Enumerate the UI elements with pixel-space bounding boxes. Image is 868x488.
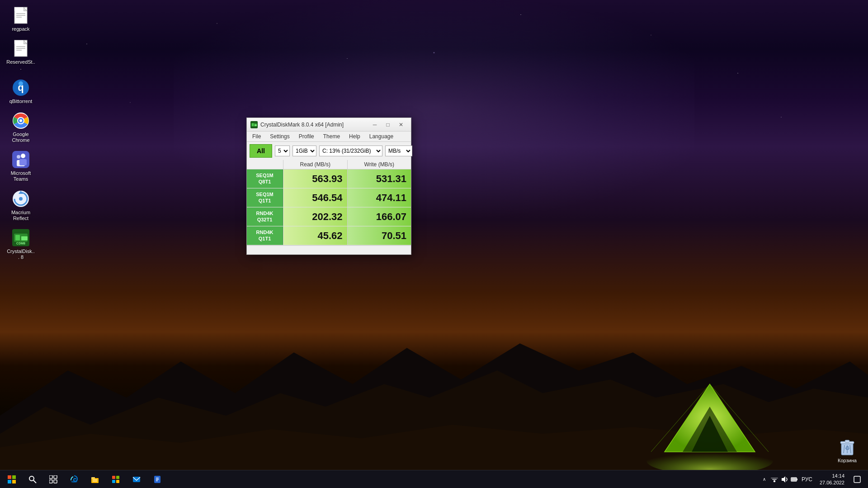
clock-date: 27.06.2022 xyxy=(820,479,844,486)
regpack-label: regpack xyxy=(12,26,29,32)
svg-rect-44 xyxy=(845,440,849,442)
reservedst-label: ReservedSt... xyxy=(6,59,35,71)
svg-rect-79 xyxy=(771,478,778,479)
menu-settings[interactable]: Settings xyxy=(266,132,293,141)
menu-bar: File Settings Profile Theme Help Languag… xyxy=(247,131,411,142)
desktop-icon-teams[interactable]: Microsoft Teams xyxy=(5,149,37,184)
svg-rect-52 xyxy=(255,124,257,126)
svg-rect-56 xyxy=(12,480,16,483)
clock[interactable]: 14:14 27.06.2022 xyxy=(816,473,848,486)
desktop-icon-crystaldiskmark[interactable]: CDM8 CrystalDisk... 8 xyxy=(5,227,37,262)
table-row: SEQ1M Q8T1 563.93 531.31 xyxy=(247,169,411,188)
desktop-icon-macrium[interactable]: Macrium Reflect xyxy=(5,188,37,223)
svg-rect-62 xyxy=(54,480,57,483)
svg-rect-71 xyxy=(116,480,119,483)
task-view-button[interactable] xyxy=(43,470,63,488)
table-row: RND4K Q1T1 45.62 70.51 xyxy=(247,226,411,245)
show-hidden-button[interactable]: ∧ xyxy=(760,475,769,484)
desktop-icon-chrome[interactable]: Google Chrome xyxy=(5,110,37,145)
desktop-icons-list: regpack ReservedSt... q xyxy=(0,0,42,267)
row-read-seq1m-q8t1: 563.93 xyxy=(283,169,347,188)
chrome-label: Google Chrome xyxy=(6,131,35,143)
close-button[interactable]: ✕ xyxy=(395,120,407,130)
desktop-icon-qbittorrent[interactable]: q qBittorrent xyxy=(5,77,37,106)
svg-rect-84 xyxy=(854,476,860,483)
menu-language[interactable]: Language xyxy=(366,132,397,141)
volume-icon[interactable] xyxy=(781,476,788,483)
window-title-text: CrystalDiskMark 8.0.4 x64 [Admin] xyxy=(260,122,368,128)
taskbar-todo[interactable] xyxy=(147,470,167,488)
teams-icon xyxy=(12,150,30,169)
count-select[interactable]: 5 xyxy=(275,145,290,156)
row-label-seq1m-q8t1: SEQ1M Q8T1 xyxy=(247,169,283,188)
crystaldiskmark-window: CrystalDiskMark 8.0.4 x64 [Admin] ─ □ ✕ … xyxy=(246,117,411,255)
macrium-icon xyxy=(12,190,30,208)
macrium-label: Macrium Reflect xyxy=(6,210,35,221)
chrome-icon xyxy=(12,112,30,130)
desktop: regpack ReservedSt... q xyxy=(0,0,868,488)
svg-point-24 xyxy=(19,81,23,86)
taskbar: ∧ xyxy=(0,470,868,488)
row-label-rnd4k-q1t1: RND4K Q1T1 xyxy=(247,226,283,245)
start-button[interactable] xyxy=(2,470,22,488)
recycle-bin-label: Корзина xyxy=(838,458,857,464)
svg-rect-78 xyxy=(772,479,777,480)
battery-icon[interactable] xyxy=(791,476,798,483)
svg-rect-55 xyxy=(8,480,11,483)
svg-rect-61 xyxy=(49,480,52,483)
svg-rect-51 xyxy=(252,123,254,126)
row-read-rnd4k-q1t1: 45.62 xyxy=(283,226,347,245)
svg-rect-33 xyxy=(19,159,27,165)
crystaldiskmark-label: CrystalDisk... 8 xyxy=(6,249,35,260)
desktop-icon-regpack[interactable]: regpack xyxy=(5,5,37,34)
drive-select[interactable]: C: 13% (31/232GiB) xyxy=(319,145,382,156)
maximize-button[interactable]: □ xyxy=(382,120,394,130)
tent xyxy=(642,371,778,470)
svg-rect-70 xyxy=(112,480,115,483)
svg-rect-77 xyxy=(774,480,775,482)
search-button[interactable] xyxy=(23,470,42,488)
svg-rect-59 xyxy=(49,475,52,479)
window-titlebar[interactable]: CrystalDiskMark 8.0.4 x64 [Admin] ─ □ ✕ xyxy=(247,118,411,131)
taskbar-edge[interactable] xyxy=(64,470,84,488)
taskbar-mail[interactable] xyxy=(127,470,146,488)
desktop-icon-reservedst[interactable]: ReservedSt... xyxy=(5,38,37,73)
header-write: Write (MB/s) xyxy=(347,160,411,169)
row-read-seq1m-q1t1: 546.54 xyxy=(283,188,347,207)
minimize-button[interactable]: ─ xyxy=(368,120,381,130)
svg-rect-60 xyxy=(54,475,57,479)
row-write-seq1m-q1t1: 474.11 xyxy=(347,188,411,207)
svg-rect-53 xyxy=(8,475,11,479)
menu-profile[interactable]: Profile xyxy=(295,132,318,141)
unit-select[interactable]: MB/s xyxy=(385,145,412,156)
status-bar xyxy=(247,245,411,254)
svg-rect-18 xyxy=(14,40,24,44)
system-tray xyxy=(771,476,798,483)
svg-point-28 xyxy=(19,119,22,122)
network-icon[interactable] xyxy=(771,476,778,483)
svg-rect-83 xyxy=(792,478,796,481)
row-write-rnd4k-q32t1: 166.07 xyxy=(347,207,411,226)
svg-rect-66 xyxy=(93,479,97,480)
row-write-rnd4k-q1t1: 70.51 xyxy=(347,226,411,245)
taskbar-left xyxy=(0,470,169,488)
language-indicator[interactable]: РУС xyxy=(800,476,814,483)
table-row: SEQ1M Q1T1 546.54 474.11 xyxy=(247,188,411,207)
svg-point-36 xyxy=(19,197,23,201)
row-read-rnd4k-q32t1: 202.32 xyxy=(283,207,347,226)
window-controls: ─ □ ✕ xyxy=(368,120,407,130)
all-button[interactable]: All xyxy=(250,144,272,158)
menu-help[interactable]: Help xyxy=(345,132,364,141)
svg-point-30 xyxy=(21,154,25,158)
taskbar-store[interactable] xyxy=(106,470,126,488)
recycle-bin[interactable]: ♻ Корзина xyxy=(831,436,863,465)
header-read: Read (MB/s) xyxy=(283,160,347,169)
svg-text:♻: ♻ xyxy=(845,445,850,451)
table-row: RND4K Q32T1 202.32 166.07 xyxy=(247,207,411,226)
svg-rect-82 xyxy=(797,479,797,480)
notifications-button[interactable] xyxy=(850,470,864,488)
taskbar-explorer[interactable] xyxy=(85,470,105,488)
menu-file[interactable]: File xyxy=(249,132,264,141)
size-select[interactable]: 1GiB xyxy=(292,145,316,156)
menu-theme[interactable]: Theme xyxy=(320,132,344,141)
